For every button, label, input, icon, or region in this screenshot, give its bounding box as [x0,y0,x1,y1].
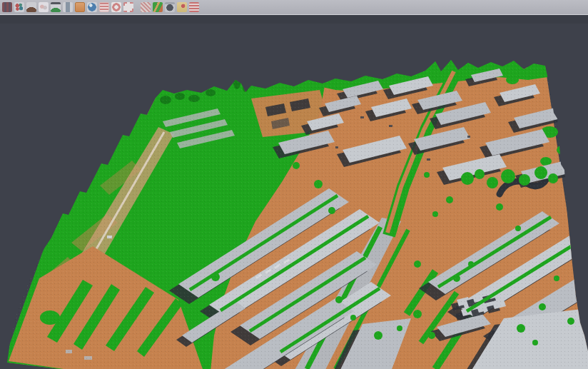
toolbar-button-points[interactable] [14,1,25,13]
toolbar-separator [134,1,139,13]
app-window: { "colors": { "viewport_background": "#3… [0,0,588,369]
toolbar-button-list[interactable] [98,1,110,13]
scatter-points-icon [14,2,24,12]
toolbar-button-grid[interactable] [1,1,13,13]
globe-icon [87,2,97,12]
dark-grid-icon [2,2,12,12]
point-cloud-model [0,16,588,369]
yellow-box-icon [177,2,187,12]
terrain-vegetation-icon [51,2,61,12]
toolbar-button-globe[interactable] [86,1,98,13]
classification-map-icon [153,2,163,12]
toolbar-button-camera[interactable] [164,1,176,13]
viewport-top-shading [0,16,588,24]
flat-surface-icon [39,2,49,12]
red-list-icon [99,2,109,12]
red-mesh-icon [141,2,151,12]
toolbar-button-column[interactable] [62,1,74,13]
main-toolbar [0,0,588,15]
toolbar-button-mountain[interactable] [26,1,37,13]
red-stripes-icon [189,2,199,12]
toolbar-button-profile[interactable] [188,1,200,13]
camera-icon [165,2,175,12]
viewport-3d[interactable] [0,16,588,369]
toolbar-button-ortho[interactable] [74,1,86,13]
orange-tile-icon [75,2,85,12]
red-ring-icon [111,2,121,12]
toolbar-button-ring[interactable] [111,1,122,13]
mountain-icon [26,2,36,12]
column-icon [63,2,73,12]
toolbar-button-classification[interactable] [152,1,163,13]
toolbar-button-terrain[interactable] [50,1,61,13]
toolbar-button-flat-surface[interactable] [38,1,49,13]
toolbar-button-elevation[interactable] [176,1,188,13]
selection-bounds-icon [123,2,133,12]
toolbar-button-bounds[interactable] [123,1,134,13]
toolbar-button-mesh[interactable] [140,1,151,13]
